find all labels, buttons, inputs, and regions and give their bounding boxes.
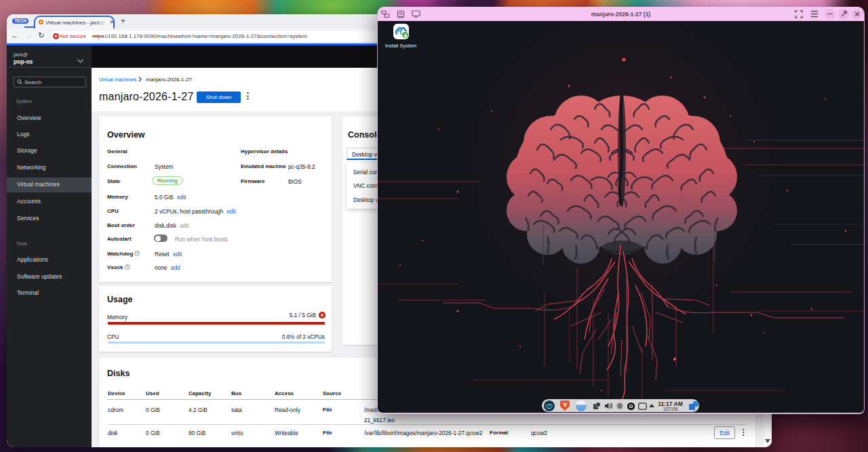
svg-text:?: ?: [136, 251, 138, 255]
svg-text:?: ?: [127, 265, 129, 269]
